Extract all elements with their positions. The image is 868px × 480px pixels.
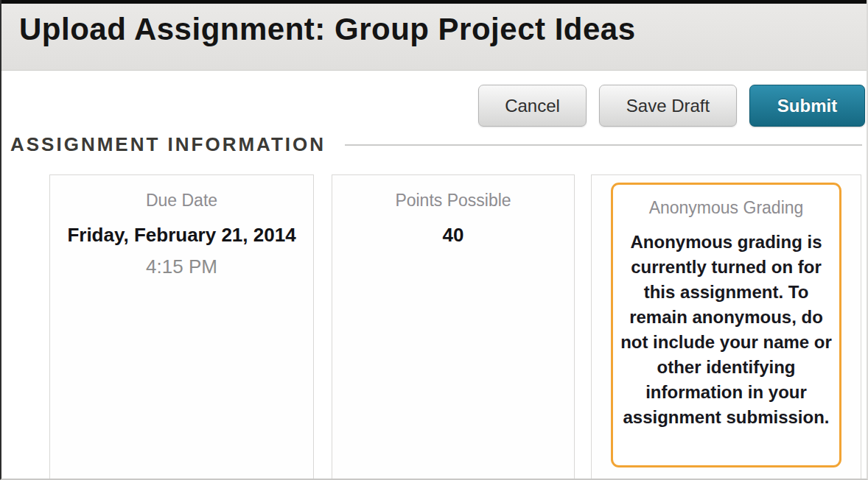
- anonymous-grading-message: Anonymous grading is currently turned on…: [617, 230, 835, 430]
- points-possible-value: 40: [332, 224, 574, 247]
- points-possible-card: Points Possible 40: [332, 174, 575, 479]
- submit-button[interactable]: Submit: [749, 85, 865, 127]
- page-title: Upload Assignment: Group Project Ideas: [19, 12, 636, 47]
- action-toolbar: Cancel Save Draft Submit: [478, 85, 865, 127]
- section-heading: ASSIGNMENT INFORMATION: [10, 133, 326, 156]
- due-time-value: 4:15 PM: [50, 255, 313, 278]
- due-date-value: Friday, February 21, 2014: [50, 224, 313, 247]
- anonymous-grading-card: Anonymous Grading Anonymous grading is c…: [591, 174, 861, 479]
- anonymous-grading-warning-box: Anonymous Grading Anonymous grading is c…: [611, 183, 841, 467]
- save-draft-button[interactable]: Save Draft: [599, 85, 737, 127]
- section-divider-line: [345, 144, 862, 146]
- cancel-button[interactable]: Cancel: [478, 85, 587, 127]
- page-header: Upload Assignment: Group Project Ideas: [1, 4, 867, 71]
- anonymous-grading-label: Anonymous Grading: [617, 198, 835, 218]
- due-date-card: Due Date Friday, February 21, 2014 4:15 …: [49, 174, 314, 479]
- upload-assignment-page: Upload Assignment: Group Project Ideas C…: [0, 0, 868, 480]
- assignment-information-section-header: ASSIGNMENT INFORMATION: [10, 133, 862, 156]
- due-date-label: Due Date: [50, 191, 313, 211]
- points-possible-label: Points Possible: [332, 191, 574, 211]
